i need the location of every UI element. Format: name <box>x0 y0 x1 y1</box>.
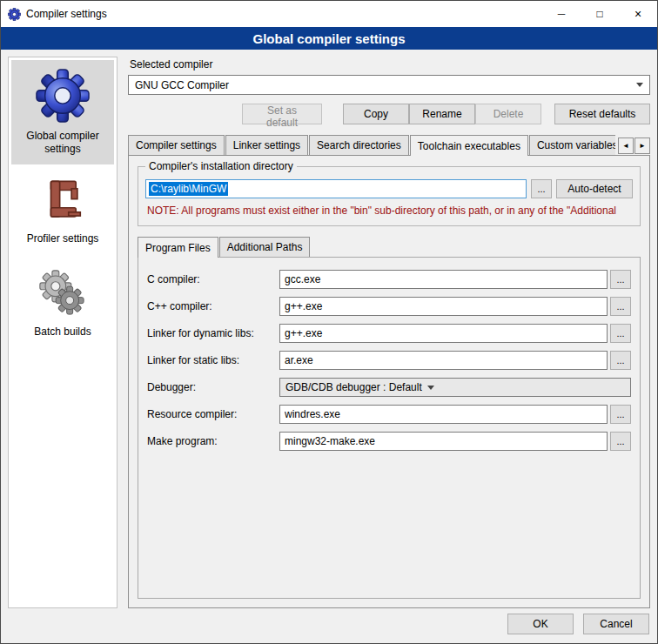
make-program-input[interactable] <box>279 432 608 451</box>
rename-button[interactable]: Rename <box>409 104 475 124</box>
static-linker-row: Linker for static libs: ... <box>147 351 631 370</box>
settings-tab-strip: Compiler settings Linker settings Search… <box>128 135 650 156</box>
main-panel: Selected compiler GNU GCC Compiler Set a… <box>128 57 650 608</box>
subtab-program-files[interactable]: Program Files <box>138 237 218 258</box>
compiler-settings-window: Compiler settings ─ □ × Global compiler … <box>0 0 658 644</box>
debugger-value: GDB/CDB debugger : Default <box>285 381 422 393</box>
dynamic-linker-browse-button[interactable]: ... <box>610 324 631 343</box>
resource-compiler-browse-button[interactable]: ... <box>610 405 631 424</box>
toolchain-executables-page: Compiler's installation directory C:\ray… <box>128 155 650 608</box>
blue-gear-icon <box>36 69 90 123</box>
dynamic-linker-row: Linker for dynamic libs: ... <box>147 324 631 343</box>
chevron-down-icon <box>427 386 434 390</box>
c-compiler-browse-button[interactable]: ... <box>610 270 631 289</box>
maximize-button[interactable]: □ <box>581 1 619 27</box>
app-icon <box>8 8 21 21</box>
installation-directory-input[interactable]: C:\raylib\MinGW <box>145 179 527 198</box>
gray-gears-icon <box>37 268 88 319</box>
window-controls: ─ □ × <box>542 1 657 27</box>
installation-directory-browse-button[interactable]: ... <box>531 179 552 198</box>
make-program-label: Make program: <box>147 435 279 447</box>
resource-compiler-row: Resource compiler: ... <box>147 405 631 424</box>
debugger-select[interactable]: GDB/CDB debugger : Default <box>279 378 631 397</box>
sidebar-item-batch-builds[interactable]: Batch builds <box>11 259 114 347</box>
dialog-footer: OK Cancel <box>1 612 657 643</box>
c-compiler-input[interactable] <box>279 270 608 289</box>
installation-directory-value: C:\raylib\MinGW <box>149 182 228 196</box>
sidebar-item-label: Profiler settings <box>27 232 99 245</box>
set-as-default-button: Set as default <box>242 104 322 124</box>
reset-defaults-button[interactable]: Reset defaults <box>554 104 650 124</box>
cancel-button[interactable]: Cancel <box>583 614 649 634</box>
resource-compiler-input[interactable] <box>279 405 608 424</box>
tab-search-directories[interactable]: Search directories <box>309 135 409 155</box>
debugger-label: Debugger: <box>147 381 279 393</box>
dialog-body: Global compiler settings Profiler settin… <box>1 50 657 612</box>
program-files-panel: C compiler: ... C++ compiler: ... Linker… <box>138 257 641 599</box>
static-linker-label: Linker for static libs: <box>147 354 279 366</box>
delete-button: Delete <box>475 104 541 124</box>
chevron-down-icon <box>636 83 643 87</box>
clamp-tool-icon <box>39 178 86 225</box>
selected-compiler-dropdown[interactable]: GNU GCC Compiler <box>128 75 650 95</box>
make-program-row: Make program: ... <box>147 432 631 451</box>
window-title: Compiler settings <box>26 8 107 20</box>
installation-directory-group-title: Compiler's installation directory <box>145 160 297 172</box>
cpp-compiler-input[interactable] <box>279 297 608 316</box>
installation-directory-row: C:\raylib\MinGW ... Auto-detect <box>145 179 633 198</box>
dynamic-linker-label: Linker for dynamic libs: <box>147 327 279 339</box>
sidebar-item-profiler-settings[interactable]: Profiler settings <box>11 170 114 254</box>
title-bar: Compiler settings ─ □ × <box>1 1 657 27</box>
installation-directory-group: Compiler's installation directory C:\ray… <box>138 166 641 226</box>
ok-button[interactable]: OK <box>507 614 574 634</box>
c-compiler-row: C compiler: ... <box>147 270 631 289</box>
c-compiler-label: C compiler: <box>147 273 279 285</box>
copy-button[interactable]: Copy <box>343 104 409 124</box>
sidebar-item-label: Batch builds <box>34 325 91 339</box>
close-button[interactable]: × <box>619 1 657 27</box>
tab-scroll-left-button[interactable]: ◄ <box>618 138 634 154</box>
tab-linker-settings[interactable]: Linker settings <box>225 135 308 155</box>
minimize-button[interactable]: ─ <box>542 1 581 27</box>
cpp-compiler-label: C++ compiler: <box>147 300 279 312</box>
program-files-tab-strip: Program Files Additional Paths <box>138 237 641 258</box>
debugger-row: Debugger: GDB/CDB debugger : Default <box>147 378 631 397</box>
tab-toolchain-executables[interactable]: Toolchain executables <box>410 135 528 156</box>
static-linker-browse-button[interactable]: ... <box>610 351 631 370</box>
sidebar-item-global-compiler-settings[interactable]: Global compiler settings <box>11 60 114 164</box>
subtab-additional-paths[interactable]: Additional Paths <box>219 237 311 257</box>
auto-detect-button[interactable]: Auto-detect <box>556 179 633 198</box>
tab-compiler-settings[interactable]: Compiler settings <box>128 135 225 155</box>
dialog-banner: Global compiler settings <box>1 27 657 50</box>
cpp-compiler-browse-button[interactable]: ... <box>610 297 631 316</box>
tab-scroll-arrows: ◄ ► <box>618 138 650 154</box>
make-program-browse-button[interactable]: ... <box>610 432 631 451</box>
sidebar-item-label: Global compiler settings <box>15 130 111 156</box>
bin-subdirectory-note: NOTE: All programs must exist either in … <box>147 205 631 217</box>
tab-scroll-right-button[interactable]: ► <box>634 138 650 154</box>
compiler-actions: Set as default Copy Rename Delete Reset … <box>128 104 650 124</box>
selected-compiler-label: Selected compiler <box>130 58 650 70</box>
resource-compiler-label: Resource compiler: <box>147 408 279 420</box>
tab-custom-variables[interactable]: Custom variables <box>529 135 615 155</box>
tabs-scroller: Compiler settings Linker settings Search… <box>128 135 615 156</box>
settings-category-sidebar: Global compiler settings Profiler settin… <box>8 57 118 608</box>
dynamic-linker-input[interactable] <box>279 324 608 343</box>
static-linker-input[interactable] <box>279 351 608 370</box>
selected-compiler-value: GNU GCC Compiler <box>135 79 631 91</box>
cpp-compiler-row: C++ compiler: ... <box>147 297 631 316</box>
